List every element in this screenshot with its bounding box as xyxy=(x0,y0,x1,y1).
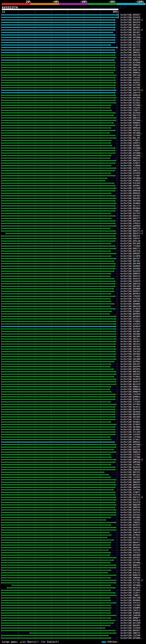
alignment-row[interactable]: UniRef100_Q945I4 xyxy=(0,484,146,486)
alignment-row[interactable]: UniRef100_Q70QB1 xyxy=(0,310,146,313)
hit-label[interactable]: UniRef100_A2SY66 xyxy=(121,298,140,300)
alignment-row[interactable]: UniRef100_B8B155 xyxy=(0,117,146,119)
alignment-row[interactable]: UniRef100_Q9C8Y9 xyxy=(0,21,146,24)
hit-label[interactable]: UniRef100_Q9M5X4 xyxy=(121,506,140,509)
hit-label[interactable]: UniRef100_A8C6M3 xyxy=(121,335,140,338)
alignment-row[interactable]: UniRef100_B9NCD2 xyxy=(0,441,146,444)
hit-label[interactable]: UniRef100_B9REH5 xyxy=(121,192,140,195)
alignment-row[interactable]: UniRef100_A5BEY1 xyxy=(0,109,146,112)
hit-label[interactable]: UniRef100_Q945I4 xyxy=(121,484,140,486)
hit-label[interactable]: UniRef100_B9GMA6 xyxy=(121,207,140,210)
hit-label[interactable]: UniRef100_B9N6U4 xyxy=(121,64,140,66)
hit-label[interactable]: UniRef100_A3C055 xyxy=(121,433,140,436)
alignment-row[interactable]: UniRef100_Q42629 xyxy=(0,270,146,272)
hit-label[interactable]: UniRef100_B9REG9 xyxy=(121,94,140,97)
alignment-row[interactable]: UniRef100_A8MSC6 xyxy=(0,451,146,454)
hit-label[interactable]: UniRef100_Q08IT7 xyxy=(121,217,140,220)
alignment-row[interactable]: UniRef100_A7QRF8 xyxy=(0,124,146,127)
hit-label[interactable]: UniRef100_B9FMC4 xyxy=(121,293,140,295)
alignment-row[interactable]: UniRef100_Q9AWB5 xyxy=(0,303,146,305)
alignment-row[interactable]: UniRef100_Q93ZK6 xyxy=(0,416,146,418)
hit-label[interactable]: UniRef100_B9HXK7 xyxy=(121,630,140,632)
alignment-row[interactable]: UniRef100_Q93WS2 xyxy=(0,421,146,423)
alignment-row[interactable]: UniRef100_B9GMA6 xyxy=(0,207,146,210)
alignment-row[interactable]: UniRef100_UPI000.. xyxy=(0,562,146,564)
alignment-row[interactable]: UniRef100_P29736 xyxy=(0,494,146,496)
hit-label[interactable]: UniRef100_B9GEM1 xyxy=(121,368,140,370)
hit-label[interactable]: UniRef100_B8AVF1 xyxy=(121,542,140,544)
alignment-row[interactable]: UniRef100_B6SUH6 xyxy=(0,516,146,519)
hit-label[interactable]: UniRef100_Q42629 xyxy=(121,270,140,272)
alignment-row[interactable]: UniRef100_B9REH5 xyxy=(0,192,146,195)
hit-label[interactable]: UniRef100_A8TVQ5 xyxy=(121,86,140,89)
hit-label[interactable]: UniRef100_UPI000.. xyxy=(121,637,143,640)
alignment-row[interactable]: UniRef100_A8C6P5 xyxy=(0,220,146,222)
hit-label[interactable]: UniRef100_Q8GXT2-2 xyxy=(121,230,143,232)
alignment-row[interactable]: UniRef100_Q945I3 xyxy=(0,275,146,278)
alignment-row[interactable]: UniRef100_C6T6G9 xyxy=(0,627,146,630)
alignment-row[interactable]: UniRef100_Q9C8Y9-2 xyxy=(0,19,146,21)
hit-label[interactable]: UniRef100_P37702 xyxy=(121,582,140,584)
alignment-row[interactable]: UniRef100_C0HE98 xyxy=(0,614,146,617)
hit-label[interactable]: UniRef100_A7Q264 xyxy=(121,107,140,109)
alignment-row[interactable]: UniRef100_A8C6K7 xyxy=(0,340,146,343)
alignment-row[interactable]: UniRef100_O24434 xyxy=(0,16,146,19)
alignment-row[interactable]: UniRef100_A8C6N7 xyxy=(0,330,146,333)
hit-label[interactable]: UniRef100_B8BJH2 xyxy=(121,370,140,373)
alignment-row[interactable]: UniRef100_Q39343 xyxy=(0,514,146,516)
hit-label[interactable]: UniRef100_A2XUK4 xyxy=(121,589,140,592)
alignment-row[interactable]: UniRef100_P37702 xyxy=(0,582,146,584)
alignment-row[interactable]: UniRef100_O64883 xyxy=(0,49,146,52)
alignment-row[interactable]: UniRef100_Q84YK7 xyxy=(0,258,146,260)
hit-label[interactable]: UniRef100_UPI000.. xyxy=(121,584,143,587)
alignment-row[interactable]: UniRef100_A8C6G0 xyxy=(0,348,146,350)
hit-label[interactable]: UniRef100_Q38786 xyxy=(121,549,140,552)
alignment-row[interactable]: UniRef100_Q8GXT2-3 xyxy=(0,232,146,235)
hit-label[interactable]: UniRef100_B9I7D8 xyxy=(121,597,140,599)
hit-label[interactable]: UniRef100_Q9FLU8 xyxy=(121,74,140,76)
alignment-row[interactable]: UniRef100_UPI000.. xyxy=(0,104,146,107)
alignment-row[interactable]: UniRef100_Q9LU02 xyxy=(0,285,146,288)
alignment-row[interactable]: UniRef100_C5YTV4 xyxy=(0,489,146,491)
hit-label[interactable]: UniRef100_Q5Z9Z0 xyxy=(121,112,140,114)
alignment-row[interactable]: UniRef100_Q14QP8 xyxy=(0,255,146,258)
alignment-row[interactable]: UniRef100_C9WCP9 xyxy=(0,531,146,534)
hit-label[interactable]: UniRef100_Q9SX92 xyxy=(121,544,140,546)
alignment-row[interactable]: UniRef100_UPI000.. xyxy=(0,444,146,446)
hit-label[interactable]: UniRef100_Q8W594 xyxy=(121,486,140,489)
hit-label[interactable]: UniRef100_UPI000.. xyxy=(121,119,143,122)
hit-label[interactable]: UniRef100_B8AQL0 xyxy=(121,619,140,622)
alignment-row[interactable]: UniRef100_A7P2I4 xyxy=(0,569,146,572)
hit-label[interactable]: UniRef100_Q84WV2 xyxy=(121,26,140,29)
hit-label[interactable]: UniRef100_Q9LIF9 xyxy=(121,34,140,36)
alignment-row[interactable]: UniRef100_Q56H06 xyxy=(0,268,146,270)
hit-label[interactable]: UniRef100_Q42618 xyxy=(121,41,140,44)
alignment-row[interactable]: UniRef100_A0SXU2 xyxy=(0,129,146,132)
hit-label[interactable]: UniRef100_UPI000.. xyxy=(121,154,143,157)
alignment-row[interactable]: UniRef100_B9N6G1 xyxy=(0,386,146,388)
hit-label[interactable]: UniRef100_B8B155 xyxy=(121,117,140,119)
alignment-row[interactable]: UniRef100_B9GEP1 xyxy=(0,290,146,293)
alignment-row[interactable]: UniRef100_Q3ECS3 xyxy=(0,572,146,574)
hit-label[interactable]: UniRef100_C8VIL5 xyxy=(121,609,140,612)
hit-label[interactable]: UniRef100_A6XG32 xyxy=(121,278,140,280)
hit-label[interactable]: UniRef100_UPI000.. xyxy=(121,152,143,154)
hit-label[interactable]: UniRef100_UPI000.. xyxy=(121,147,143,150)
hit-label[interactable]: UniRef100_Q9ZP27 xyxy=(121,524,140,526)
alignment-row[interactable]: UniRef100_Q945G7 xyxy=(0,215,146,217)
hit-label[interactable]: UniRef100_A5HU59 xyxy=(121,280,140,282)
alignment-row[interactable]: UniRef100_Q9XJ67 xyxy=(0,363,146,366)
alignment-row[interactable]: UniRef100_Q41290 xyxy=(0,622,146,624)
alignment-row[interactable]: UniRef100_Q8W594 xyxy=(0,486,146,489)
hit-label[interactable]: UniRef100_O64879 xyxy=(121,378,140,380)
hit-label[interactable]: UniRef100_P26204 xyxy=(121,182,140,184)
alignment-row[interactable]: UniRef100_B9FMC4 xyxy=(0,293,146,295)
alignment-row[interactable]: UniRef100_Q9C525-2 xyxy=(0,29,146,31)
alignment-row[interactable]: UniRef100_Q9SLA0 xyxy=(0,240,146,242)
alignment-row[interactable]: UniRef100_Q7XKV4 xyxy=(0,308,146,310)
hit-label[interactable]: UniRef100_A8MSC6 xyxy=(121,451,140,454)
alignment-row[interactable]: UniRef100_A3C053 xyxy=(0,323,146,325)
alignment-row[interactable]: UniRef100_C8VIL5 xyxy=(0,609,146,612)
alignment-row[interactable]: UniRef100_Q0GA85 xyxy=(0,197,146,200)
alignment-row[interactable]: UniRef100_C3Y5B6 xyxy=(0,456,146,458)
